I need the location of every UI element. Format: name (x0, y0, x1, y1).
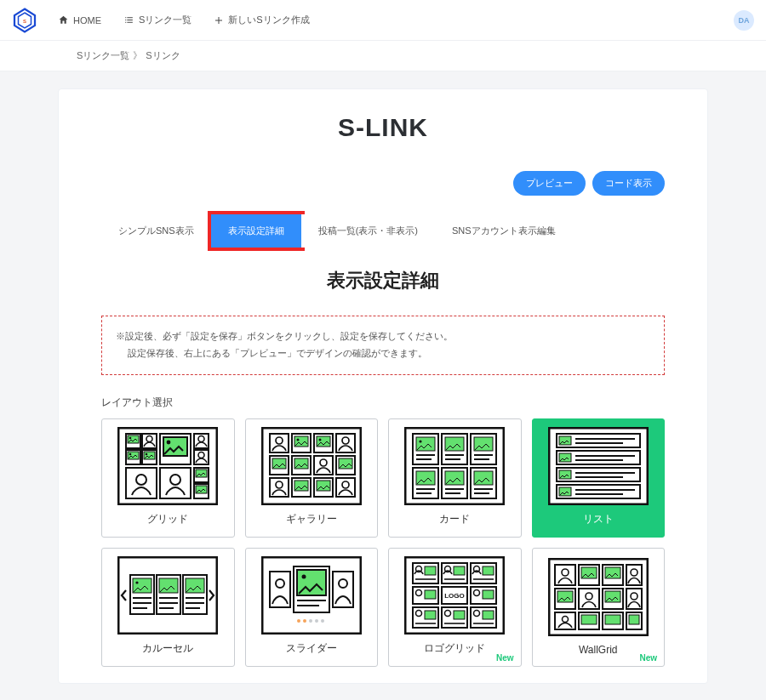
svg-point-127 (297, 619, 300, 623)
svg-rect-176 (579, 589, 599, 609)
new-badge: New (639, 653, 657, 663)
layout-option-logogrid[interactable]: LOGO ロゴグリッド New (388, 548, 522, 667)
svg-rect-175 (557, 591, 573, 602)
thumb-carousel-icon (109, 555, 227, 636)
svg-text:LOGO: LOGO (444, 592, 465, 600)
svg-rect-155 (425, 611, 436, 619)
svg-rect-152 (483, 590, 494, 599)
svg-rect-171 (605, 567, 620, 578)
breadcrumb-a[interactable]: Sリンク一覧 (77, 49, 129, 62)
svg-point-130 (315, 619, 318, 623)
layout-option-label: WallGrid (579, 644, 618, 656)
nav-home-label: HOME (73, 15, 101, 26)
svg-point-8 (129, 437, 132, 440)
svg-rect-113 (186, 578, 204, 593)
note-line-2: 設定保存後、右上にある「プレビュー」でデザインの確認ができます。 (116, 345, 650, 362)
svg-point-128 (303, 619, 306, 623)
thumb-logogrid-icon: LOGO (396, 555, 514, 636)
avatar-initials: DA (739, 16, 750, 25)
layout-option-wallgrid[interactable]: WallGrid New (532, 548, 666, 667)
svg-rect-72 (416, 471, 435, 485)
svg-rect-59 (416, 437, 435, 451)
layout-option-gallery[interactable]: ギャラリー (245, 418, 379, 538)
svg-rect-189 (629, 615, 639, 624)
svg-point-103 (136, 581, 139, 583)
layout-option-label: スライダー (286, 641, 337, 656)
svg-rect-108 (159, 578, 178, 593)
thumb-list-icon (540, 426, 658, 507)
section-heading: 表示設定詳細 (101, 268, 665, 293)
layout-option-label: ロゴグリッド (424, 641, 485, 656)
svg-rect-163 (483, 611, 494, 619)
main-card: S-LINK プレビュー コード表示 シンプルSNS表示 表示設定詳細 投稿一覧… (58, 88, 708, 684)
svg-point-38 (318, 439, 321, 441)
svg-rect-169 (581, 567, 597, 578)
main-wrap: S-LINK プレビュー コード表示 シンプルSNS表示 表示設定詳細 投稿一覧… (0, 71, 766, 684)
thumb-gallery-icon (253, 426, 371, 507)
svg-rect-68 (474, 437, 493, 451)
code-button[interactable]: コード表示 (592, 171, 665, 196)
svg-point-13 (129, 453, 132, 456)
tab-display-detail[interactable]: 表示設定詳細 (211, 214, 301, 248)
nav-new-label: 新しいSリンク作成 (228, 14, 309, 26)
svg-text:S: S (23, 19, 26, 24)
thumb-card-icon (396, 426, 514, 507)
avatar[interactable]: DA (734, 10, 754, 31)
layout-option-carousel[interactable]: カルーセル (101, 548, 235, 667)
top-button-row: プレビュー コード表示 (101, 171, 665, 196)
plus-icon (214, 15, 224, 26)
note-line-1: ※設定後、必ず「設定を保存」ボタンをクリックし、設定を保存してください。 (116, 328, 650, 345)
layout-option-label: カルーセル (142, 641, 193, 656)
home-icon (58, 14, 69, 26)
svg-point-19 (167, 441, 171, 445)
layout-option-list[interactable]: リスト (532, 418, 666, 538)
new-badge: New (496, 653, 514, 663)
note-box: ※設定後、必ず「設定を保存」ボタンをクリックし、設定を保存してください。 設定保… (101, 316, 665, 375)
tab-account-edit[interactable]: SNSアカウント表示編集 (435, 214, 573, 248)
top-nav: HOME Sリンク一覧 新しいSリンク作成 (58, 14, 310, 26)
svg-rect-143 (483, 566, 494, 575)
tab-posts[interactable]: 投稿一覧(表示・非表示) (301, 214, 435, 248)
layout-option-label: リスト (583, 512, 614, 526)
breadcrumb-sep: 》 (133, 49, 142, 62)
layout-option-label: ギャラリー (286, 512, 337, 526)
svg-rect-102 (133, 578, 151, 593)
svg-point-60 (420, 440, 422, 442)
breadcrumb: Sリンク一覧 》 Sリンク (0, 41, 766, 71)
layout-options: グリッド (101, 418, 665, 667)
preview-button[interactable]: プレビュー (513, 171, 586, 196)
thumb-wallgrid-icon (540, 555, 658, 639)
svg-rect-139 (454, 566, 465, 575)
tab-simple-sns[interactable]: シンプルSNS表示 (101, 214, 211, 248)
layout-label: レイアウト選択 (101, 396, 665, 410)
svg-point-122 (301, 575, 306, 579)
layout-option-label: グリッド (147, 512, 188, 526)
svg-rect-64 (445, 437, 464, 451)
svg-rect-179 (605, 591, 620, 602)
layout-option-slider[interactable]: スライダー (245, 548, 379, 667)
nav-list[interactable]: Sリンク一覧 (123, 14, 192, 26)
svg-rect-135 (425, 566, 436, 575)
thumb-grid-icon (109, 426, 227, 507)
topbar: S HOME Sリンク一覧 新しいSリンク作成 DA (0, 0, 766, 41)
svg-rect-166 (555, 565, 575, 585)
svg-rect-76 (445, 471, 464, 485)
svg-rect-185 (581, 615, 597, 624)
svg-rect-24 (160, 468, 191, 498)
nav-list-label: Sリンク一覧 (139, 14, 192, 26)
svg-point-35 (296, 439, 299, 441)
svg-rect-159 (454, 611, 465, 619)
layout-option-card[interactable]: カード (388, 418, 522, 538)
nav-new[interactable]: 新しいSリンク作成 (214, 14, 309, 26)
nav-home[interactable]: HOME (58, 14, 101, 26)
tabs: シンプルSNS表示 表示設定詳細 投稿一覧(表示・非表示) SNSアカウント表示… (101, 214, 665, 248)
layout-option-label: カード (439, 512, 470, 526)
page-title: S-LINK (101, 113, 665, 142)
svg-point-129 (309, 619, 312, 623)
svg-point-131 (321, 619, 324, 623)
layout-option-grid[interactable]: グリッド (101, 418, 235, 538)
site-logo[interactable]: S (12, 8, 37, 33)
breadcrumb-current: Sリンク (146, 49, 180, 62)
list-icon (123, 14, 134, 26)
svg-rect-187 (605, 615, 620, 624)
